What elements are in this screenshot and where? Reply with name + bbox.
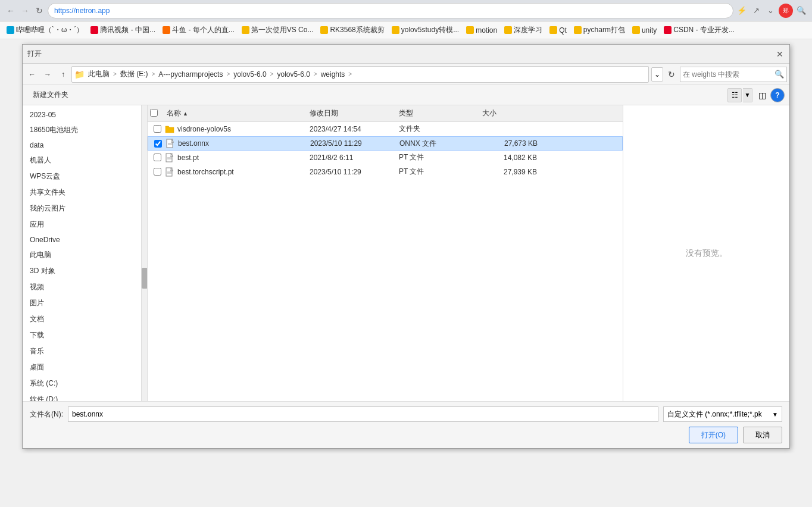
action-row: 打开(O) 取消: [30, 427, 782, 443]
header-size[interactable]: 大小: [480, 108, 539, 118]
header-checkbox[interactable]: [150, 109, 164, 118]
file-checkbox-1[interactable]: [150, 125, 164, 133]
file-checkbox-4[interactable]: [150, 168, 164, 176]
view-list-btn[interactable]: ☷: [727, 88, 742, 102]
file-name-3: best.pt: [177, 154, 310, 162]
close-btn[interactable]: ✕: [775, 49, 785, 59]
sidebar-item-video[interactable]: 视频: [23, 279, 147, 295]
filetype-label: 自定义文件 (*.onnx;*.tflite;*.pk: [667, 409, 762, 420]
sidebar-item-data[interactable]: data: [23, 138, 147, 152]
bookmark-qt[interactable]: Qt: [546, 25, 570, 36]
breadcrumb-drive[interactable]: 数据 (E:): [118, 68, 151, 80]
sidebar-item-app[interactable]: 应用: [23, 217, 147, 233]
dialog-toolbar: 新建文件夹 ☷ ▼ ◫ ?: [23, 85, 789, 105]
filetype-dropdown[interactable]: 自定义文件 (*.onnx;*.tflite;*.pk ▼: [663, 406, 782, 422]
breadcrumb-sep-1: >: [113, 71, 117, 77]
breadcrumb-sep-5: >: [314, 71, 317, 77]
file-checkbox-3[interactable]: [150, 154, 164, 161]
file-row-bestonnx[interactable]: best.onnx 2023/5/10 11:29 ONNX 文件 27,673…: [148, 136, 623, 151]
file-date-3: 2021/8/2 6:11: [310, 154, 399, 162]
sidebar-item-robot[interactable]: 机器人: [23, 152, 147, 168]
browser-forward-btn[interactable]: →: [19, 5, 31, 17]
filename-input[interactable]: [68, 406, 658, 422]
sidebar-item-downloads[interactable]: 下载: [23, 327, 147, 343]
refresh-btn[interactable]: ↻: [664, 67, 679, 82]
file-row-visdrone[interactable]: visdrone-yolov5s 2023/4/27 14:54 文件夹: [148, 122, 623, 136]
bookmark-rk3568[interactable]: RK3568系统裁剪: [317, 24, 387, 36]
header-name[interactable]: 名称 ▲: [164, 108, 307, 118]
select-all-checkbox[interactable]: [150, 109, 158, 117]
help-btn[interactable]: ?: [770, 88, 785, 102]
sidebar-item-music[interactable]: 音乐: [23, 343, 147, 359]
sidebar-item-3d[interactable]: 3D 对象: [23, 263, 147, 279]
sidebar-item-thispc[interactable]: 此电脑: [23, 247, 147, 263]
search-input[interactable]: [683, 70, 773, 79]
breadcrumb-dropdown-btn[interactable]: ⌄: [651, 67, 663, 82]
preview-pane-btn[interactable]: ◫: [755, 88, 769, 102]
bookmark-pycharm[interactable]: pycharm打包: [571, 24, 628, 36]
file-row-torchscript[interactable]: best.torchscript.pt 2023/5/10 11:29 PT 文…: [148, 165, 623, 179]
sidebar-item-myphoto[interactable]: 我的云图片: [23, 201, 147, 217]
sidebar-item-wps[interactable]: WPS云盘: [23, 168, 147, 184]
header-type[interactable]: 类型: [396, 108, 480, 118]
sidebar-item-pictures[interactable]: 图片: [23, 295, 147, 311]
sidebar-item-d[interactable]: 软件 (D:): [23, 392, 147, 401]
more-btn[interactable]: ⌄: [764, 5, 776, 17]
extension-btn[interactable]: ⚡: [736, 5, 748, 17]
cancel-button[interactable]: 取消: [743, 427, 782, 443]
file-icon-4: [164, 167, 175, 177]
preview-text: 没有预览。: [686, 248, 727, 259]
open-button[interactable]: 打开(O): [689, 427, 738, 443]
bookmarks-bar: 哔哩哔哩（`・ω・´） 腾讯视频 - 中国... 斗鱼 - 每个人的直... 第…: [0, 21, 812, 39]
file-checkbox-2[interactable]: [151, 140, 165, 148]
scrollbar-thumb[interactable]: [142, 268, 148, 289]
new-folder-btn[interactable]: 新建文件夹: [27, 87, 74, 103]
bookmark-deeplearning[interactable]: 深度学习: [501, 24, 545, 36]
extensions-area: ⚡ ↗ ⌄ 郑 🔍: [736, 4, 807, 18]
bookmark-bilibili[interactable]: 哔哩哔哩（`・ω・´）: [4, 24, 86, 36]
breadcrumb-weights[interactable]: weights: [318, 69, 348, 80]
breadcrumb-projects[interactable]: A---pycharmprojects: [156, 69, 225, 80]
dialog-nav: ← → ↑ 📁 此电脑 > 数据 (E:) > A---pycharmproje…: [23, 64, 789, 85]
nav-up-btn[interactable]: ↑: [56, 67, 70, 82]
breadcrumb-sep-4: >: [270, 71, 274, 77]
nav-back-btn[interactable]: ←: [25, 67, 39, 82]
sidebar-item-c[interactable]: 系统 (C:): [23, 375, 147, 392]
nav-forward-btn[interactable]: →: [40, 67, 55, 82]
file-row-bestpt[interactable]: best.pt 2021/8/2 6:11 PT 文件 14,082 KB: [148, 151, 623, 165]
address-bar[interactable]: https://netron.app: [48, 3, 733, 18]
bookmark-csdn[interactable]: CSDN - 专业开发...: [661, 24, 738, 36]
browser-back-btn[interactable]: ←: [5, 5, 17, 17]
search-icon[interactable]: 🔍: [774, 70, 784, 79]
bookmark-douyu[interactable]: 斗鱼 - 每个人的直...: [160, 24, 238, 36]
bookmark-vscode[interactable]: 第一次使用VS Co...: [239, 24, 317, 36]
breadcrumb-thispc[interactable]: 此电脑: [86, 68, 112, 80]
bookmark-motion[interactable]: motion: [463, 25, 500, 36]
breadcrumb-sep-6: >: [348, 71, 352, 77]
sidebar-item-2023[interactable]: 2023-05: [23, 108, 147, 122]
search-btn[interactable]: 🔍: [795, 5, 807, 17]
view-dropdown-btn[interactable]: ▼: [743, 88, 752, 102]
sidebar-item-battery[interactable]: 18650电池组壳: [23, 122, 147, 138]
breadcrumb-yolov5-1[interactable]: yolov5-6.0: [231, 69, 268, 80]
bookmark-unity[interactable]: unity: [629, 25, 660, 36]
header-date[interactable]: 修改日期: [307, 108, 396, 118]
filename-label: 文件名(N):: [30, 409, 63, 420]
breadcrumb-yolov5-2[interactable]: yolov5-6.0: [274, 69, 312, 80]
sidebar-item-desktop[interactable]: 桌面: [23, 359, 147, 375]
bookmark-tencent[interactable]: 腾讯视频 - 中国...: [88, 24, 158, 36]
file-icon-2: [165, 138, 176, 149]
bookmark-yolov5[interactable]: yolov5study转模...: [389, 24, 462, 36]
browser-reload-btn[interactable]: ↻: [33, 5, 45, 17]
profile-avatar[interactable]: 郑: [779, 4, 793, 18]
file-type-2: ONNX 文件: [399, 139, 483, 149]
sidebar: ▲ 2023-05 18650电池组壳 data 机器人 WPS云盘 共享文件夹…: [23, 105, 148, 401]
sidebar-item-docs[interactable]: 文档: [23, 311, 147, 327]
share-btn[interactable]: ↗: [750, 5, 762, 17]
dialog-bottom: 文件名(N): 自定义文件 (*.onnx;*.tflite;*.pk ▼ 打开…: [23, 401, 789, 448]
dialog-title: 打开: [27, 49, 42, 59]
file-name-1: visdrone-yolov5s: [177, 125, 310, 133]
sidebar-item-share[interactable]: 共享文件夹: [23, 184, 147, 201]
sidebar-item-onedrive[interactable]: OneDrive: [23, 233, 147, 247]
file-date-2: 2023/5/10 11:29: [310, 139, 399, 148]
